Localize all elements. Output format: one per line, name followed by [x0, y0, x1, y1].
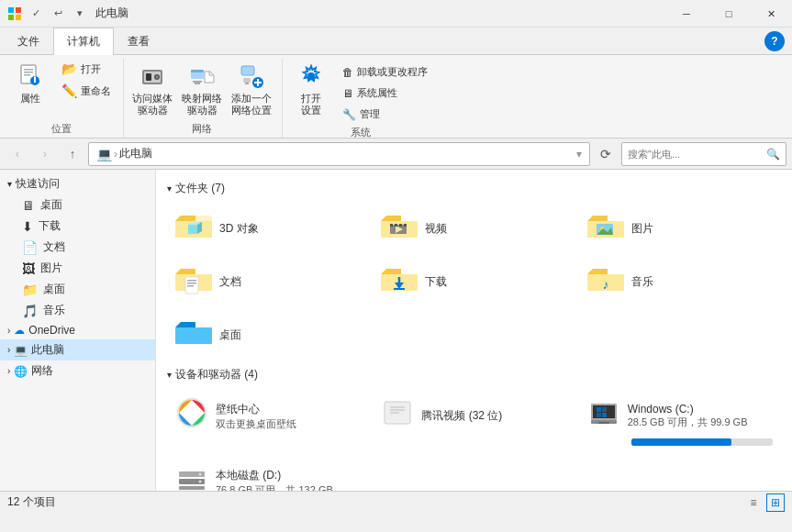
grid-view-btn[interactable]: ⊞	[766, 493, 785, 512]
folder-document-label: 文档	[219, 274, 241, 290]
svg-rect-39	[390, 224, 393, 227]
svg-point-84	[199, 473, 202, 476]
sidebar-item-downloads[interactable]: ⬇ 下载	[0, 216, 155, 237]
svg-point-15	[156, 76, 159, 79]
onedrive-icon: ☁	[14, 324, 25, 337]
tab-file[interactable]: 文件	[4, 28, 53, 55]
breadcrumb: 💻 › 此电脑	[96, 146, 576, 161]
maximize-btn[interactable]: □	[708, 0, 750, 28]
svg-rect-6	[24, 72, 33, 73]
folder-document[interactable]: 文档	[167, 257, 369, 306]
qa-undo-btn[interactable]: ↩	[48, 4, 68, 24]
folders-section-header[interactable]: ▾ 文件夹 (7)	[167, 181, 781, 196]
folders-grid: 3D 对象 视频	[167, 204, 781, 360]
sidebar-quick-access[interactable]: ▾ 快速访问	[0, 173, 155, 194]
uninstall-btn[interactable]: 🗑 卸载或更改程序	[338, 62, 432, 82]
sidebar-item-desktop2[interactable]: 📁 桌面	[0, 279, 155, 300]
network-buttons: 访问媒体 驱动器 映射网络 驱动器	[129, 59, 274, 120]
settings-icon	[296, 61, 326, 91]
ribbon-group-network: 访问媒体 驱动器 映射网络 驱动器	[126, 59, 283, 138]
svg-marker-55	[381, 269, 401, 274]
device-d-drive[interactable]: 本地磁盘 (D:) 76.8 GB 可用，共 132 GB	[167, 456, 369, 491]
properties-icon	[16, 61, 45, 91]
open-btn[interactable]: 📂 打开	[57, 59, 116, 79]
downloads-icon: ⬇	[22, 219, 33, 234]
properties-btn[interactable]: 属性	[7, 59, 53, 107]
media-drive-btn[interactable]: 访问媒体 驱动器	[129, 59, 175, 119]
view-controls: ≡ ⊞	[744, 493, 785, 512]
sidebar-label-music: 音乐	[43, 303, 65, 318]
search-box[interactable]: 🔍	[621, 142, 786, 166]
wallpaper-top: 壁纸中心 双击更换桌面壁纸	[175, 396, 361, 436]
up-btn[interactable]: ↑	[61, 142, 84, 166]
sys-props-btn[interactable]: 🖥 系统属性	[338, 83, 432, 103]
device-wallpaper[interactable]: 壁纸中心 双击更换桌面壁纸	[167, 390, 369, 452]
sys-props-icon: 🖥	[342, 87, 353, 100]
pictures-icon: 🖼	[22, 261, 35, 276]
sidebar-item-pictures[interactable]: 🖼 图片	[0, 258, 155, 279]
chevron-icon4: ›	[7, 366, 10, 376]
folder-music-label: 音乐	[631, 274, 653, 290]
wallpaper-sublabel: 双击更换桌面壁纸	[216, 417, 296, 431]
folder-desktop[interactable]: 桌面	[167, 310, 369, 360]
folder-download[interactable]: 下载	[373, 257, 574, 306]
sidebar-item-desktop1[interactable]: 🖥 桌面	[0, 194, 155, 216]
device-c-drive[interactable]: Windows (C:) 28.5 GB 可用，共 99.9 GB	[579, 390, 781, 452]
sidebar-label-documents: 文档	[43, 239, 65, 255]
thispc-label: 此电脑	[31, 342, 64, 358]
svg-marker-61	[587, 269, 608, 274]
help-button[interactable]: ?	[764, 31, 785, 51]
folder-picture[interactable]: 图片	[579, 204, 781, 253]
back-btn[interactable]: ‹	[6, 142, 29, 166]
folder-video[interactable]: 视频	[373, 204, 574, 253]
svg-rect-32	[188, 225, 197, 234]
folder-video-icon	[381, 210, 418, 247]
map-drive-btn[interactable]: 映射网络 驱动器	[179, 59, 225, 119]
svg-rect-75	[597, 407, 601, 412]
svg-marker-31	[175, 216, 195, 221]
window-controls: ─ □ ✕	[665, 0, 792, 28]
svg-point-27	[308, 73, 314, 79]
qa-save-btn[interactable]: ✓	[26, 4, 46, 24]
folder-icon: 📁	[22, 283, 38, 297]
main-area: ▾ 快速访问 🖥 桌面 ⬇ 下载 📄 文档 🖼 图片 📁 桌面 🎵 音乐 ›	[0, 170, 792, 491]
sidebar-item-music[interactable]: 🎵 音乐	[0, 300, 155, 321]
sidebar-onedrive[interactable]: › ☁ OneDrive	[0, 321, 155, 339]
close-btn[interactable]: ✕	[750, 0, 792, 28]
manage-btn[interactable]: 🔧 管理	[338, 105, 432, 124]
folder-3d[interactable]: 3D 对象	[167, 204, 369, 253]
svg-rect-20	[241, 66, 254, 75]
devices-section-header[interactable]: ▾ 设备和驱动器 (4)	[167, 367, 781, 382]
tab-computer[interactable]: 计算机	[53, 28, 114, 55]
uninstall-label: 卸载或更改程序	[357, 65, 428, 79]
chevron-icon: ▾	[7, 179, 12, 189]
documents-icon: 📄	[22, 240, 38, 255]
forward-btn[interactable]: ›	[33, 142, 57, 166]
sidebar-this-pc[interactable]: › 💻 此电脑	[0, 339, 155, 360]
sidebar-network[interactable]: › 🌐 网络	[0, 360, 155, 382]
qa-dropdown-btn[interactable]: ▾	[70, 4, 90, 24]
settings-btn[interactable]: 打开 设置	[288, 59, 334, 119]
sidebar-item-documents[interactable]: 📄 文档	[0, 237, 155, 258]
rename-btn[interactable]: ✏️ 重命名	[57, 81, 116, 101]
refresh-btn[interactable]: ⟳	[594, 142, 618, 166]
add-network-label: 添加一个 网络位置	[231, 93, 272, 116]
search-input[interactable]	[628, 149, 763, 160]
add-network-btn[interactable]: 添加一个 网络位置	[229, 59, 274, 119]
minimize-btn[interactable]: ─	[665, 0, 708, 28]
chevron-icon2: ›	[7, 326, 10, 336]
add-network-icon	[237, 61, 266, 91]
svg-marker-49	[175, 269, 195, 274]
list-view-btn[interactable]: ≡	[744, 493, 763, 512]
folders-label: 文件夹 (7)	[175, 181, 225, 196]
device-txvideo[interactable]: 腾讯视频 (32 位)	[373, 390, 574, 452]
svg-rect-10	[34, 77, 36, 79]
open-icon: 📂	[61, 61, 77, 76]
map-drive-label: 映射网络 驱动器	[182, 93, 222, 116]
d-drive-name: 本地磁盘 (D:)	[216, 468, 333, 483]
c-drive-top: Windows (C:) 28.5 GB 可用，共 99.9 GB	[587, 396, 773, 436]
tab-view[interactable]: 查看	[114, 28, 163, 55]
sidebar: ▾ 快速访问 🖥 桌面 ⬇ 下载 📄 文档 🖼 图片 📁 桌面 🎵 音乐 ›	[0, 170, 156, 491]
folder-music[interactable]: ♪ 音乐	[579, 257, 781, 306]
address-input[interactable]: 💻 › 此电脑 ▾	[88, 142, 590, 166]
